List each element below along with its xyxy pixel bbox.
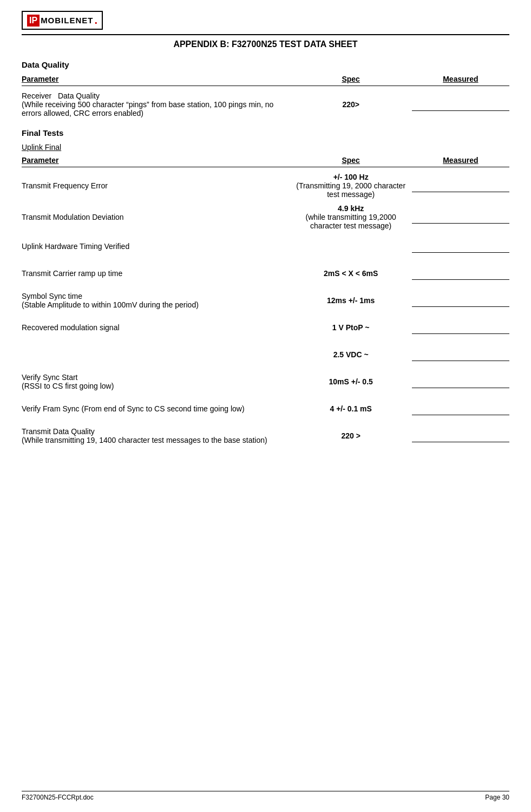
section2-row-hw-timing: Uplink Hardware Timing Verified (22, 235, 509, 257)
section2-row-verify-sync-start: Verify Sync Start (RSSI to CS first goin… (22, 371, 509, 392)
section2-row-hw-timing-param: Uplink Hardware Timing Verified (22, 242, 290, 251)
section2-row-recovered-mod-spec: 1 V PtoP ~ (290, 323, 412, 332)
section2-row-symbol-sync-spec: 12ms +/- 1ms (290, 296, 412, 305)
section2-row-verify-fram-sync-param: Verify Fram Sync (From end of Sync to CS… (22, 404, 290, 413)
section2-row-vdc-spec: 2.5 VDC ~ (290, 350, 412, 359)
section2-row-mod-dev-measured (412, 211, 509, 224)
section2-row-verify-fram-sync-measured (412, 402, 509, 415)
section2-row-freq-error-param: Transmit Frequency Error (22, 181, 290, 190)
section2-row-mod-dev-param: Transmit Modulation Deviation (22, 213, 290, 221)
section2-row-verify-fram-sync-spec: 4 +/- 0.1 mS (290, 404, 412, 413)
section1-row1-spec: 220> (290, 100, 412, 109)
section2-row-tx-data-quality-param: Transmit Data Quality (While transmittin… (22, 427, 290, 444)
section2-row-mod-dev-spec: 4.9 kHz (while transmitting 19,2000 char… (290, 204, 412, 230)
section2-row-recovered-mod: Recovered modulation signal 1 V PtoP ~ (22, 317, 509, 338)
section2-row-carrier-ramp-spec: 2mS < X < 6mS (290, 269, 412, 278)
section2-row-carrier-ramp-param: Transmit Carrier ramp up time (22, 269, 290, 278)
section2-row-symbol-sync: Symbol Sync time (Stable Amplitude to wi… (22, 290, 509, 311)
page-title: APPENDIX B: F32700N25 TEST DATA SHEET (22, 40, 509, 49)
section2-row-symbol-sync-measured (412, 294, 509, 307)
section1-table: Parameter Spec Measured Receiver Data Qu… (22, 75, 509, 117)
section2-row-vdc: 2.5 VDC ~ (22, 344, 509, 365)
section2-row-verify-sync-start-measured (412, 375, 509, 388)
footer-page: Page 30 (485, 794, 509, 801)
section2-title: Final Tests (22, 128, 509, 137)
section1-header-row: Parameter Spec Measured (22, 75, 509, 86)
section1-row-1: Receiver Data Quality (While receiving 5… (22, 91, 509, 117)
section2-row-tx-data-quality-measured (412, 429, 509, 442)
section2-row-verify-sync-start-spec: 10mS +/- 0.5 (290, 377, 412, 386)
section2-row-symbol-sync-param: Symbol Sync time (Stable Amplitude to wi… (22, 292, 290, 309)
section2-col-param-header: Parameter (22, 156, 290, 165)
section2-row-freq-error-measured (412, 179, 509, 192)
section2-col-measured-header: Measured (412, 156, 509, 165)
section2-subsection: Uplink Final (22, 143, 509, 152)
section1-row1-param: Receiver Data Quality (While receiving 5… (22, 91, 290, 117)
section2-row-carrier-ramp: Transmit Carrier ramp up time 2mS < X < … (22, 263, 509, 284)
section2-row-vdc-measured (412, 348, 509, 361)
section1-title: Data Quality (22, 60, 509, 69)
section1-col-param-header: Parameter (22, 75, 290, 83)
section2-row-recovered-mod-measured (412, 321, 509, 334)
logo-ip: IP (27, 15, 40, 27)
footer-filename: F32700N25-FCCRpt.doc (22, 794, 94, 801)
section2-row-freq-error: Transmit Frequency Error +/- 100 Hz (Tra… (22, 173, 509, 199)
section2-row-recovered-mod-param: Recovered modulation signal (22, 323, 290, 332)
section2-row-verify-sync-start-param: Verify Sync Start (RSSI to CS first goin… (22, 373, 290, 390)
section2-header-row: Parameter Spec Measured (22, 156, 509, 167)
section2-col-spec-header: Spec (290, 156, 412, 165)
section1-col-spec-header: Spec (290, 75, 412, 83)
logo-area: IP MOBILENET . (22, 11, 509, 30)
section2-row-tx-data-quality: Transmit Data Quality (While transmittin… (22, 425, 509, 447)
section2-table: Parameter Spec Measured Transmit Frequen… (22, 156, 509, 447)
header-divider (22, 34, 509, 35)
section2-row-carrier-ramp-measured (412, 267, 509, 280)
section1-col-measured-header: Measured (412, 75, 509, 83)
section2-row-mod-dev: Transmit Modulation Deviation 4.9 kHz (w… (22, 204, 509, 230)
footer: F32700N25-FCCRpt.doc Page 30 (22, 791, 509, 801)
logo-mobilenet: MOBILENET (41, 16, 93, 25)
logo-box: IP MOBILENET . (22, 11, 103, 30)
logo-dot: . (94, 14, 97, 27)
section2-row-verify-fram-sync: Verify Fram Sync (From end of Sync to CS… (22, 398, 509, 420)
section2-row-tx-data-quality-spec: 220 > (290, 431, 412, 440)
section1-row1-measured (412, 98, 509, 111)
section2-row-freq-error-spec: +/- 100 Hz (Transmitting 19, 2000 charac… (290, 173, 412, 199)
section2-row-hw-timing-measured (412, 240, 509, 253)
